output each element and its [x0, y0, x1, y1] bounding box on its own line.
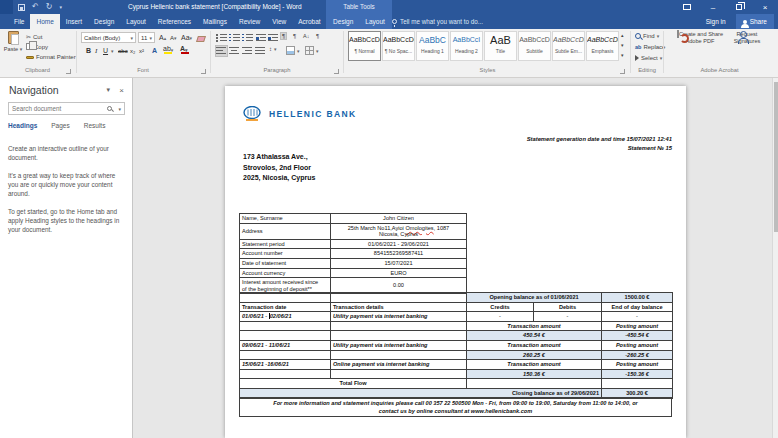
- transaction-details-cell[interactable]: Utility payment via internet banking: [331, 340, 467, 350]
- rtl-direction-button[interactable]: ¶: [292, 33, 297, 39]
- empty-cell[interactable]: [240, 331, 331, 341]
- increase-indent-button[interactable]: [268, 33, 279, 43]
- posting-amount-value[interactable]: -450.54 €: [602, 331, 673, 341]
- empty-cell[interactable]: [467, 379, 602, 389]
- total-flow-label[interactable]: Total Flow: [240, 379, 467, 389]
- select-button[interactable]: Select▾: [635, 55, 662, 61]
- tab-table-design[interactable]: Design: [327, 14, 359, 29]
- empty-cell[interactable]: [331, 350, 467, 360]
- header-credits[interactable]: Credits: [467, 302, 534, 312]
- styles-dialog-launcher[interactable]: [620, 69, 625, 74]
- tab-design[interactable]: Design: [88, 14, 120, 29]
- info-label[interactable]: Account number: [240, 249, 331, 259]
- underline-dropdown[interactable]: ▾: [109, 45, 116, 56]
- redo-icon[interactable]: ↻: [46, 3, 53, 11]
- transaction-amount-label[interactable]: Transaction amount: [467, 360, 602, 370]
- styles-scroll-up[interactable]: ▴: [621, 32, 624, 38]
- info-label[interactable]: Name, Surname: [240, 214, 331, 224]
- info-label[interactable]: Address: [240, 223, 331, 239]
- transaction-date-cell[interactable]: 15/06/21 -16/06/21: [240, 360, 331, 370]
- style-normal[interactable]: AaBbCcDc¶ Normal: [348, 31, 381, 61]
- transaction-amount-value[interactable]: 150.36 €: [467, 369, 602, 379]
- info-value[interactable]: John Citizen: [331, 214, 467, 224]
- line-spacing-button[interactable]: ↕▾: [269, 46, 277, 52]
- style-subtle-emphasis[interactable]: AaBbCcDtSubtle Em...: [552, 31, 585, 61]
- transaction-date-cell[interactable]: 01/06/21 - 02/06/21: [240, 312, 331, 322]
- empty-cell[interactable]: [331, 331, 467, 341]
- decrease-indent-button[interactable]: [256, 33, 267, 43]
- tab-view[interactable]: View: [266, 14, 292, 29]
- justify-button[interactable]: [255, 46, 266, 56]
- tab-layout[interactable]: Layout: [120, 14, 152, 29]
- tab-home[interactable]: Home: [30, 14, 59, 29]
- scrollbar-thumb[interactable]: [774, 82, 778, 232]
- nav-tab-pages[interactable]: Pages: [51, 122, 69, 129]
- borders-button[interactable]: ▾: [305, 46, 319, 55]
- font-dialog-launcher[interactable]: [201, 69, 206, 74]
- copy-button[interactable]: Copy: [26, 43, 48, 50]
- align-center-button[interactable]: [229, 46, 240, 56]
- show-formatting-button[interactable]: ¶: [316, 33, 319, 39]
- posting-amount-value[interactable]: -260.25 €: [602, 350, 673, 360]
- tab-acrobat[interactable]: Acrobat: [292, 14, 326, 29]
- info-label[interactable]: Account currency: [240, 268, 331, 278]
- qat-customize-icon[interactable]: ▾: [59, 3, 62, 11]
- tab-mailings[interactable]: Mailings: [197, 14, 233, 29]
- bullets-button[interactable]: [216, 33, 227, 43]
- style-heading1[interactable]: AaBbCHeading 1: [416, 31, 449, 61]
- header-end-of-day-balance[interactable]: End of day balance: [602, 302, 673, 312]
- sort-button[interactable]: A↓: [303, 33, 309, 39]
- posting-amount-value[interactable]: -150.36 €: [602, 369, 673, 379]
- font-color-button[interactable]: A▾: [178, 44, 190, 55]
- font-size-combo[interactable]: 11▾: [138, 32, 155, 43]
- multilevel-list-button[interactable]: [242, 33, 253, 43]
- clear-formatting-button[interactable]: [195, 33, 207, 44]
- ltr-direction-button[interactable]: ¶: [281, 33, 286, 39]
- styles-scroll-down[interactable]: ▾: [621, 42, 624, 48]
- transaction-details-cell[interactable]: Utility payment via internet banking: [331, 312, 467, 322]
- text-effects-button[interactable]: A: [150, 45, 159, 56]
- find-button[interactable]: Find▾: [635, 33, 659, 39]
- grow-font-button[interactable]: A▴: [157, 32, 168, 43]
- debits-cell[interactable]: -: [534, 312, 602, 322]
- navigation-options-icon[interactable]: ▾: [106, 86, 110, 94]
- tab-table-layout[interactable]: Layout: [359, 14, 391, 29]
- info-value[interactable]: 01/06/2021 - 29/06/2021: [331, 239, 467, 249]
- style-heading2[interactable]: AaBbCcIHeading 2: [450, 31, 483, 61]
- close-button[interactable]: ×: [752, 0, 778, 14]
- request-signatures-button[interactable]: Request Signatures: [723, 31, 771, 45]
- highlight-button[interactable]: ab▾: [161, 44, 175, 55]
- search-dropdown-icon[interactable]: ▾: [118, 106, 121, 112]
- clipboard-dialog-launcher[interactable]: [66, 69, 71, 74]
- format-painter-button[interactable]: Format Painter: [26, 54, 76, 60]
- posting-amount-label[interactable]: Posting amount: [602, 360, 673, 370]
- nav-tab-results[interactable]: Results: [84, 122, 106, 129]
- empty-cell[interactable]: [331, 369, 467, 379]
- save-icon[interactable]: [18, 4, 25, 11]
- minimize-button[interactable]: –: [700, 0, 726, 14]
- style-subtitle[interactable]: AaBbCcDSubtitle: [518, 31, 551, 61]
- style-emphasis[interactable]: AaBbCcDtEmphasis: [586, 31, 619, 61]
- paragraph-dialog-launcher[interactable]: [334, 69, 339, 74]
- transaction-amount-value[interactable]: 260.25 €: [467, 350, 602, 360]
- font-family-combo[interactable]: Calibri (Body)▾: [81, 32, 136, 43]
- shrink-font-button[interactable]: A▾: [168, 32, 179, 43]
- cut-button[interactable]: ✂Cut: [26, 33, 42, 40]
- info-value[interactable]: 8541552369587411: [331, 249, 467, 259]
- empty-cell[interactable]: [240, 350, 331, 360]
- header-debits[interactable]: Debits: [534, 302, 602, 312]
- empty-cell[interactable]: [602, 379, 673, 389]
- header-transaction-date[interactable]: Transaction date: [240, 302, 331, 312]
- style-no-spacing[interactable]: AaBbCcDc¶ No Spac...: [382, 31, 415, 61]
- posting-amount-label[interactable]: Posting amount: [602, 340, 673, 350]
- undo-icon[interactable]: ↶: [32, 3, 39, 11]
- balance-cell[interactable]: -: [602, 312, 673, 322]
- shading-button[interactable]: ▾: [286, 46, 300, 55]
- opening-balance-label[interactable]: Opening balance as of 01/06/2021: [467, 293, 602, 303]
- numbering-button[interactable]: [229, 33, 240, 43]
- style-title[interactable]: AaBTitle: [484, 31, 517, 61]
- superscript-button[interactable]: x²: [137, 45, 146, 56]
- sign-in-button[interactable]: Sign in: [706, 18, 726, 25]
- align-right-button[interactable]: [242, 46, 253, 56]
- transaction-amount-value[interactable]: 450.54 €: [467, 331, 602, 341]
